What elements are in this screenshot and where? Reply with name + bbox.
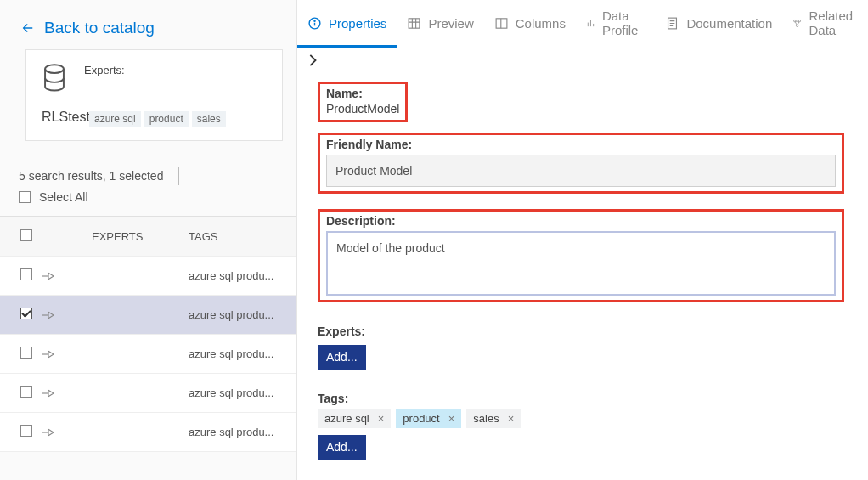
grid-icon: [407, 16, 421, 31]
tab-related-data[interactable]: Related Data: [782, 0, 868, 48]
pin-icon: [41, 309, 56, 321]
add-tags-button[interactable]: Add...: [318, 435, 366, 460]
divider: [178, 167, 179, 185]
tab-label: Columns: [516, 16, 566, 31]
row-tags: azure sql produ...: [189, 269, 296, 282]
card-tag[interactable]: product: [144, 111, 189, 127]
card-tag[interactable]: azure sql: [89, 111, 141, 127]
tab-documentation[interactable]: Documentation: [655, 0, 782, 48]
svg-rect-3: [409, 18, 420, 27]
table-row[interactable]: azure sql produ...: [0, 374, 296, 413]
row-checkbox[interactable]: [20, 425, 32, 437]
document-icon: [665, 16, 679, 31]
related-icon: [792, 16, 802, 31]
search-meta: 5 search results, 1 selected: [0, 156, 296, 187]
detail-tabs: Properties Preview Columns Data Profile …: [297, 0, 868, 48]
description-input[interactable]: Model of the product: [326, 231, 836, 296]
friendly-name-input[interactable]: Product Model: [326, 155, 836, 187]
tag-text: sales: [473, 412, 499, 425]
properties-panel: Name: ProductModel Friendly Name: Produc…: [297, 76, 868, 480]
bar-chart-icon: [586, 16, 595, 31]
database-icon: [42, 64, 67, 93]
tag-chip[interactable]: sales×: [466, 409, 521, 428]
row-checkbox[interactable]: [20, 308, 32, 319]
row-tags: azure sql produ...: [189, 426, 296, 438]
pin-icon: [41, 270, 56, 282]
tab-label: Documentation: [686, 16, 772, 31]
info-icon: [307, 16, 322, 31]
remove-tag-icon[interactable]: ×: [448, 412, 455, 425]
table-row[interactable]: azure sql produ...: [0, 413, 296, 452]
tab-label: Related Data: [809, 8, 858, 37]
arrow-left-icon: [20, 20, 36, 36]
table-row[interactable]: azure sql produ...: [0, 335, 296, 374]
chevron-right-icon: [307, 54, 318, 67]
pin-icon: [41, 387, 56, 399]
pin-icon: [41, 348, 56, 360]
tags-row: azure sql× product× sales×: [318, 409, 848, 428]
tag-text: azure sql: [324, 412, 369, 425]
asset-card: Experts: RLStest azure sql product sales: [25, 49, 283, 141]
tab-properties[interactable]: Properties: [297, 0, 397, 48]
remove-tag-icon[interactable]: ×: [378, 412, 385, 425]
right-pane: Properties Preview Columns Data Profile …: [297, 0, 868, 480]
row-tags: azure sql produ...: [189, 308, 296, 321]
collapse-toggle[interactable]: [297, 48, 868, 76]
back-to-catalog-link[interactable]: Back to catalog: [0, 0, 296, 49]
pin-icon: [41, 426, 56, 438]
svg-point-0: [45, 65, 64, 73]
tag-chip[interactable]: azure sql×: [318, 409, 391, 428]
tag-text: product: [403, 412, 439, 425]
experts-label: Experts:: [318, 325, 848, 338]
tab-preview[interactable]: Preview: [397, 0, 483, 48]
svg-rect-4: [496, 18, 507, 27]
description-label: Description:: [326, 214, 836, 228]
tags-label: Tags:: [318, 392, 848, 405]
col-tags[interactable]: TAGS: [189, 230, 296, 243]
friendly-name-label: Friendly Name:: [326, 138, 836, 151]
tab-label: Data Profile: [602, 8, 645, 37]
table-row[interactable]: azure sql produ...: [0, 257, 296, 296]
row-tags: azure sql produ...: [189, 387, 296, 399]
tab-label: Properties: [329, 16, 386, 31]
tab-columns[interactable]: Columns: [484, 0, 576, 48]
col-experts[interactable]: EXPERTS: [92, 230, 189, 243]
add-experts-button[interactable]: Add...: [318, 345, 366, 370]
left-pane: Back to catalog Experts: RLStest azure s…: [0, 0, 297, 480]
svg-point-2: [314, 20, 315, 21]
row-checkbox[interactable]: [20, 347, 32, 359]
select-all-checkbox[interactable]: [19, 191, 31, 203]
remove-tag-icon[interactable]: ×: [508, 412, 515, 425]
tag-chip[interactable]: product×: [396, 409, 461, 428]
tab-data-profile[interactable]: Data Profile: [576, 0, 655, 48]
row-tags: azure sql produ...: [189, 347, 296, 360]
card-tag[interactable]: sales: [192, 111, 226, 127]
back-link-text: Back to catalog: [44, 19, 155, 37]
search-results-text: 5 search results, 1 selected: [19, 169, 163, 183]
row-checkbox[interactable]: [20, 386, 32, 398]
name-value: ProductModel: [326, 102, 399, 116]
columns-icon: [494, 16, 509, 31]
table-row[interactable]: azure sql produ...: [0, 296, 296, 335]
card-experts-label: Experts:: [84, 64, 125, 76]
results-table-header: EXPERTS TAGS: [0, 216, 296, 257]
tab-label: Preview: [428, 16, 473, 31]
select-all-row: Select All: [0, 187, 296, 216]
header-checkbox[interactable]: [20, 229, 32, 241]
row-checkbox[interactable]: [20, 268, 32, 280]
select-all-label[interactable]: Select All: [39, 190, 88, 204]
name-label: Name:: [326, 87, 399, 100]
